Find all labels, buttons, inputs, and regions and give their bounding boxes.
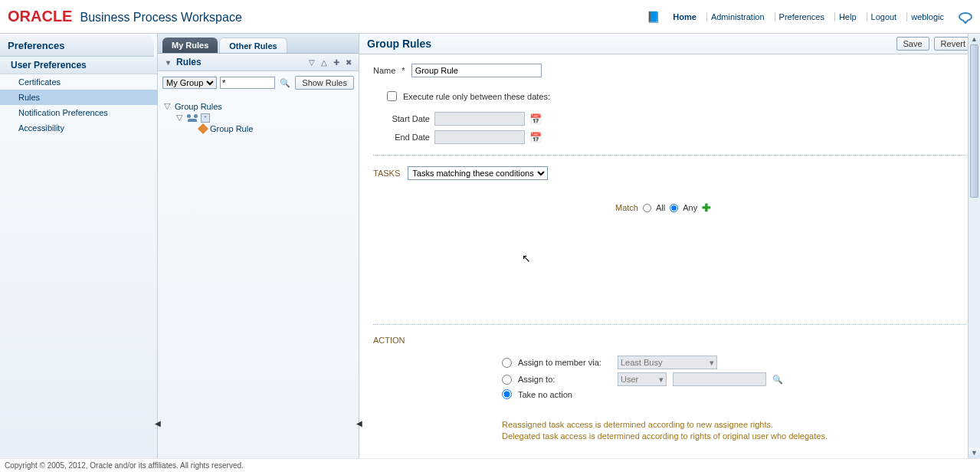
calendar-icon[interactable]: 📅 — [529, 132, 542, 143]
rules-title: Rules — [176, 57, 202, 67]
action-take-none-label: Take no action — [518, 390, 572, 399]
show-rules-button[interactable]: Show Rules — [295, 76, 354, 90]
pref-item-certificates[interactable]: Certificates — [0, 74, 157, 90]
pref-item-rules[interactable]: Rules — [0, 90, 157, 105]
nav-user[interactable]: weblogic — [906, 12, 948, 21]
rules-tree: ▽ Group Rules ▽ * Group Rule — [158, 94, 359, 140]
action-assign-member-row: Assign to member via: Least Busy▾ — [502, 356, 966, 369]
oracle-logo: ORACLE — [8, 8, 72, 25]
chat-icon[interactable] — [959, 12, 972, 21]
search-icon[interactable]: 🔍 — [278, 76, 292, 90]
star-badge-icon: * — [201, 113, 210, 123]
page-title: Group Rules — [367, 38, 431, 50]
app-title: Business Process Workspace — [80, 11, 241, 25]
tree-toggle-icon[interactable]: ▽ — [176, 113, 184, 123]
tree-root-label: Group Rules — [175, 102, 222, 111]
match-any-label: Any — [683, 203, 697, 212]
scroll-up-icon[interactable]: ▲ — [969, 34, 980, 44]
center-panel: My Rules Other Rules ▾ Rules ▽ △ ✚ ✖ My … — [158, 34, 359, 458]
tasks-select[interactable]: Tasks matching these conditions — [408, 166, 548, 180]
start-date-label: Start Date — [387, 114, 430, 123]
rules-toolbar: ▾ Rules ▽ △ ✚ ✖ — [158, 54, 359, 71]
action-assign-member-radio[interactable] — [502, 358, 512, 368]
match-all-label: All — [656, 203, 665, 212]
execute-dates-label: Execute rule only between these dates: — [403, 92, 550, 101]
left-panel-subtitle: User Preferences — [0, 57, 157, 74]
match-all-radio[interactable] — [643, 204, 651, 212]
tab-other-rules[interactable]: Other Rules — [219, 38, 287, 53]
tree-toggle-icon[interactable]: ▽ — [164, 101, 172, 111]
required-mark: * — [402, 66, 405, 75]
nav-preferences[interactable]: Preferences — [775, 12, 828, 21]
nav-help[interactable]: Help — [834, 12, 860, 21]
end-date-input — [434, 130, 525, 144]
end-date-label: End Date — [387, 133, 430, 142]
tasks-icon[interactable]: 📘 — [647, 11, 660, 23]
name-label: Name — [373, 66, 395, 75]
group-icon — [187, 114, 198, 122]
action-assign-to-radio[interactable] — [502, 375, 512, 385]
search-user-icon[interactable]: 🔍 — [772, 375, 783, 385]
chevron-down-icon: ▾ — [659, 375, 664, 385]
right-panel: Group Rules Save Revert Name * Execute r… — [359, 34, 980, 458]
info-line-2: Delegated task access is determined acco… — [502, 431, 966, 442]
add-condition-icon[interactable]: ✚ — [702, 202, 711, 214]
tab-my-rules[interactable]: My Rules — [162, 38, 218, 53]
tree-root[interactable]: ▽ Group Rules — [164, 100, 352, 112]
scroll-down-icon[interactable]: ▼ — [969, 447, 980, 458]
action-options: Assign to member via: Least Busy▾ Assign… — [502, 356, 966, 399]
action-section: ACTION Assign to member via: Least Busy▾… — [373, 336, 966, 443]
execute-dates-row: Execute rule only between these dates: — [387, 91, 966, 101]
add-icon[interactable]: ✚ — [331, 57, 342, 67]
action-assign-to-label: Assign to: — [518, 375, 611, 384]
rule-icon — [198, 123, 208, 134]
action-assign-to-row: Assign to: User▾ 🔍 — [502, 372, 966, 386]
divider — [373, 155, 966, 156]
header-left: ORACLE Business Process Workspace — [8, 8, 242, 25]
splitter-handle-icon: ◀ — [155, 419, 161, 428]
revert-button[interactable]: Revert — [934, 37, 972, 51]
start-date-input — [434, 112, 525, 126]
filter-input[interactable] — [220, 77, 275, 89]
tasks-row: TASKS Tasks matching these conditions — [373, 166, 966, 180]
chevron-down-icon: ▾ — [710, 358, 714, 368]
action-take-none-radio[interactable] — [502, 389, 512, 399]
rules-tabs: My Rules Other Rules — [158, 34, 359, 54]
splitter-left[interactable]: ◀ — [156, 34, 160, 458]
tasks-label: TASKS — [373, 169, 400, 178]
assign-to-input — [673, 372, 766, 386]
date-block: Start Date 📅 End Date 📅 — [387, 112, 966, 144]
execute-dates-checkbox[interactable] — [387, 91, 397, 101]
group-select[interactable]: My Group — [162, 77, 217, 89]
save-button[interactable]: Save — [896, 37, 929, 51]
scroll-thumb[interactable] — [970, 44, 978, 198]
match-label: Match — [615, 203, 638, 212]
pref-item-accessibility[interactable]: Accessibility — [0, 120, 157, 136]
nav-home[interactable]: Home — [669, 12, 700, 21]
tree-group-node[interactable]: ▽ * — [164, 112, 352, 123]
start-date-row: Start Date 📅 — [387, 112, 966, 126]
name-input[interactable] — [411, 64, 542, 77]
calendar-icon[interactable]: 📅 — [529, 113, 542, 125]
nav-admin[interactable]: Administration — [706, 12, 769, 21]
nav-logout[interactable]: Logout — [867, 12, 901, 21]
pref-list: Certificates Rules Notification Preferen… — [0, 74, 157, 136]
end-date-row: End Date 📅 — [387, 130, 966, 144]
sort-asc-icon[interactable]: △ — [319, 57, 329, 67]
pref-item-notifications[interactable]: Notification Preferences — [0, 105, 157, 120]
info-text: Reassigned task access is determined acc… — [502, 419, 966, 443]
action-assign-member-label: Assign to member via: — [518, 358, 611, 367]
action-take-none-row: Take no action — [502, 389, 966, 399]
scrollbar[interactable]: ▲ ▼ — [968, 34, 980, 458]
match-any-radio[interactable] — [670, 204, 678, 212]
tree-rule-leaf[interactable]: Group Rule — [164, 123, 352, 134]
splitter-center[interactable]: ◀ — [357, 34, 362, 458]
match-row: Match All Any ✚ — [615, 202, 966, 214]
app-header: ORACLE Business Process Workspace 📘 Home… — [0, 0, 980, 34]
collapse-icon[interactable]: ▾ — [162, 57, 173, 67]
delete-icon[interactable]: ✖ — [343, 57, 354, 67]
sort-desc-icon[interactable]: ▽ — [306, 57, 317, 67]
right-header: Group Rules Save Revert — [359, 34, 980, 54]
footer: Copyright © 2005, 2012, Oracle and/or it… — [0, 458, 980, 472]
tree-leaf-label: Group Rule — [210, 124, 253, 133]
